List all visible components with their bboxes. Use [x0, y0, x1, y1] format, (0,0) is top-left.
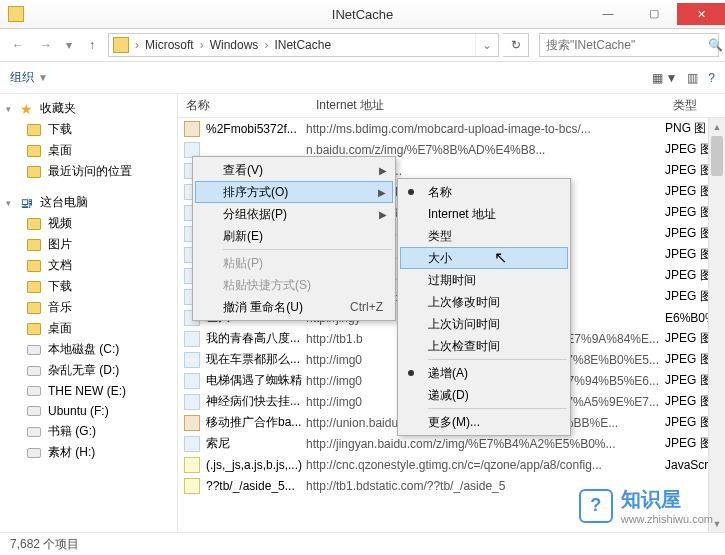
sidebar-item[interactable]: THE NEW (E:)	[0, 381, 177, 401]
menu-label: 上次访问时间	[428, 316, 500, 333]
menu-item[interactable]: 大小	[400, 247, 568, 269]
sidebar-item[interactable]: 最近访问的位置	[0, 161, 177, 182]
file-name: 神经病们快去挂...	[206, 393, 306, 410]
menu-item[interactable]: 名称	[400, 181, 568, 203]
menu-item[interactable]: 查看(V)▶	[195, 159, 393, 181]
table-row[interactable]: %2Fmobi5372f...http://ms.bdimg.com/mobca…	[178, 118, 725, 139]
menu-item[interactable]: 过期时间	[400, 269, 568, 291]
scrollbar[interactable]: ▲ ▼	[708, 118, 725, 532]
address-bar[interactable]: › Microsoft › Windows › INetCache ⌄	[108, 33, 499, 57]
sidebar-item[interactable]: Ubuntu (F:)	[0, 401, 177, 421]
breadcrumb-item[interactable]: Windows	[206, 34, 263, 56]
folder-icon	[26, 258, 42, 274]
sidebar-item[interactable]: 桌面	[0, 318, 177, 339]
menu-item[interactable]: 递减(D)	[400, 384, 568, 406]
menu-item[interactable]: 排序方式(O)▶	[195, 181, 393, 203]
drive-icon	[26, 445, 42, 461]
sidebar-computer[interactable]: ▾ 🖳 这台电脑	[0, 192, 177, 213]
chevron-down-icon: ▼	[665, 71, 677, 85]
menu-item[interactable]: 类型	[400, 225, 568, 247]
folder-icon	[8, 6, 24, 22]
menu-item[interactable]: 刷新(E)	[195, 225, 393, 247]
menu-label: Internet 地址	[428, 206, 496, 223]
back-button[interactable]: ←	[6, 33, 30, 57]
menu-item: 粘贴快捷方式(S)	[195, 274, 393, 296]
sidebar-item-label: 音乐	[48, 299, 72, 316]
sidebar-item[interactable]: 本地磁盘 (C:)	[0, 339, 177, 360]
scroll-up-icon[interactable]: ▲	[709, 118, 725, 135]
context-menu[interactable]: 查看(V)▶排序方式(O)▶分组依据(P)▶刷新(E)粘贴(P)粘贴快捷方式(S…	[192, 156, 396, 321]
menu-item[interactable]: Internet 地址	[400, 203, 568, 225]
sidebar-item[interactable]: 素材 (H:)	[0, 442, 177, 463]
menu-label: 名称	[428, 184, 452, 201]
shortcut: Ctrl+Z	[350, 300, 383, 314]
chevron-right-icon[interactable]: ›	[198, 38, 206, 52]
view-button[interactable]: ▦▼	[652, 71, 677, 85]
sidebar-item-label: Ubuntu (F:)	[48, 404, 109, 418]
file-name: ??tb/_/aside_5...	[206, 479, 306, 493]
file-icon	[184, 478, 200, 494]
menu-label: 过期时间	[428, 272, 476, 289]
column-header-address[interactable]: Internet 地址	[308, 97, 665, 114]
table-row[interactable]: 索尼http://jingyan.baidu.com/z/img/%E7%B4%…	[178, 433, 725, 454]
column-header-type[interactable]: 类型	[665, 97, 725, 114]
table-row[interactable]: (.js,_js,a.js,b.js,...)http://cnc.qzones…	[178, 454, 725, 475]
chevron-right-icon[interactable]: ›	[133, 38, 141, 52]
menu-item[interactable]: 上次修改时间	[400, 291, 568, 313]
refresh-button[interactable]: ↻	[503, 33, 529, 57]
chevron-right-icon: ▶	[379, 209, 387, 220]
chevron-down-icon[interactable]: ▼	[38, 72, 48, 83]
sidebar-item[interactable]: 视频	[0, 213, 177, 234]
menu-label: 粘贴(P)	[223, 255, 263, 272]
menu-item[interactable]: 分组依据(P)▶	[195, 203, 393, 225]
sidebar-item[interactable]: 书籍 (G:)	[0, 421, 177, 442]
drive-icon	[26, 383, 42, 399]
sidebar-item[interactable]: 杂乱无章 (D:)	[0, 360, 177, 381]
menu-item[interactable]: 更多(M)...	[400, 411, 568, 433]
folder-icon	[113, 37, 129, 53]
toolbar: 组织 ▼ ▦▼ ▥ ?	[0, 62, 725, 94]
file-name: %2Fmobi5372f...	[206, 122, 306, 136]
history-dropdown[interactable]: ▾	[62, 33, 76, 57]
close-button[interactable]: ✕	[677, 3, 725, 25]
menu-item[interactable]: 递增(A)	[400, 362, 568, 384]
sidebar-item[interactable]: 下载	[0, 276, 177, 297]
sidebar-item-label: 桌面	[48, 320, 72, 337]
menu-label: 递增(A)	[428, 365, 468, 382]
sidebar-item[interactable]: 音乐	[0, 297, 177, 318]
forward-button[interactable]: →	[34, 33, 58, 57]
sidebar-item-label: 桌面	[48, 142, 72, 159]
menu-item[interactable]: 上次访问时间	[400, 313, 568, 335]
breadcrumb-item[interactable]: Microsoft	[141, 34, 198, 56]
sidebar-item-label: 图片	[48, 236, 72, 253]
sort-submenu[interactable]: 名称Internet 地址类型大小过期时间上次修改时间上次访问时间上次检查时间递…	[397, 178, 571, 436]
file-address: http://cnc.qzonestyle.gtimg.cn/c=/qzone/…	[306, 458, 665, 472]
sidebar-item[interactable]: 桌面	[0, 140, 177, 161]
up-button[interactable]: ↑	[80, 33, 104, 57]
file-icon	[184, 121, 200, 137]
navbar: ← → ▾ ↑ › Microsoft › Windows › INetCach…	[0, 29, 725, 62]
maximize-button[interactable]: ▢	[631, 3, 677, 23]
menu-item[interactable]: 撤消 重命名(U)Ctrl+Z	[195, 296, 393, 318]
search-icon[interactable]: 🔍	[702, 38, 725, 52]
sidebar-favorites[interactable]: ▾ ★ 收藏夹	[0, 98, 177, 119]
chevron-right-icon[interactable]: ›	[262, 38, 270, 52]
minimize-button[interactable]: —	[585, 3, 631, 23]
folder-icon	[26, 237, 42, 253]
column-header-name[interactable]: 名称	[178, 97, 308, 114]
preview-pane-button[interactable]: ▥	[687, 71, 698, 85]
search-box[interactable]: 🔍	[539, 33, 719, 57]
item-count: 7,682 个项目	[10, 536, 79, 553]
folder-icon	[26, 143, 42, 159]
help-button[interactable]: ?	[708, 71, 715, 85]
sidebar-item[interactable]: 图片	[0, 234, 177, 255]
breadcrumb-item[interactable]: INetCache	[270, 34, 335, 56]
sidebar-item-label: 视频	[48, 215, 72, 232]
sidebar-item[interactable]: 文档	[0, 255, 177, 276]
scroll-thumb[interactable]	[711, 136, 723, 176]
sidebar-item[interactable]: 下载	[0, 119, 177, 140]
address-dropdown[interactable]: ⌄	[475, 34, 498, 56]
organize-button[interactable]: 组织	[10, 69, 34, 86]
search-input[interactable]	[540, 38, 702, 52]
menu-item[interactable]: 上次检查时间	[400, 335, 568, 357]
